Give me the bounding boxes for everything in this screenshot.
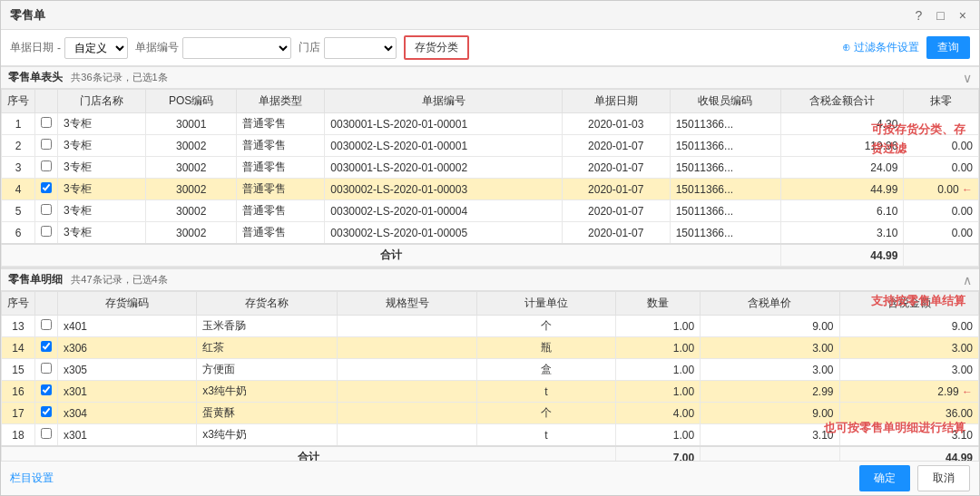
dcell-checkbox[interactable] (35, 337, 58, 359)
toolbar: 单据日期 - 自定义 单据编号 门店 存货分类 ⊕ 过滤条件设置 查询 (1, 30, 979, 66)
detail-table-head-row: 序号 存货编码 存货名称 规格型号 计量单位 数量 含税单价 含税金额 (2, 292, 979, 316)
header-sum-row: 合计 44.99 (2, 244, 979, 267)
window-controls: ? □ × (912, 6, 970, 24)
dcell-checkbox[interactable] (35, 359, 58, 381)
restore-icon[interactable]: □ (933, 6, 947, 24)
bottom-bar: 栏目设置 确定 取消 (1, 461, 979, 495)
cell-num: 0030002-LS-2020-01-00004 (325, 200, 563, 222)
table-row[interactable]: 14 x306 红茶 瓶 1.00 3.00 3.00 (2, 337, 979, 359)
cell-pos: 30002 (146, 222, 237, 245)
dcell-amount: 3.00 (839, 359, 978, 381)
dsum-amount: 44.99 (839, 446, 978, 461)
annotation-top: 可按存货分类、存货过滤 (871, 121, 965, 159)
store-label: 门店 (299, 40, 320, 55)
cell-pos: 30001 (146, 113, 237, 135)
dcell-name: 红茶 (197, 337, 338, 359)
cell-amount: 44.99 (780, 179, 904, 200)
window-title: 零售单 (10, 7, 45, 24)
date-label: 单据日期 (10, 40, 54, 55)
table-row[interactable]: 13 x401 玉米香肠 个 1.00 9.00 9.00 (2, 316, 979, 337)
cell-type: 普通零售 (236, 157, 324, 179)
table-row[interactable]: 16 x301 x3纯牛奶 t 1.00 2.99 2.99 ← (2, 381, 979, 403)
query-btn[interactable]: 查询 (926, 36, 970, 59)
dcell-qty: 1.00 (616, 316, 701, 337)
dcell-spec (338, 359, 476, 381)
dcell-spec (338, 316, 476, 337)
header-table: 序号 门店名称 POS编码 单据类型 单据编号 单据日期 收银员编码 含税金额合… (1, 89, 979, 267)
col-pos: POS编码 (146, 90, 237, 113)
dcell-checkbox[interactable] (35, 424, 58, 447)
cell-date: 2020-01-07 (562, 179, 670, 200)
table-row[interactable]: 1 3专柜 30001 普通零售 0030001-LS-2020-01-0000… (2, 113, 979, 135)
sum-label: 合计 (2, 244, 781, 267)
dcell-price: 2.99 (701, 381, 839, 403)
cell-pos: 30002 (146, 200, 237, 222)
dcell-qty: 1.00 (616, 337, 701, 359)
dcell-qty: 4.00 (616, 403, 701, 424)
dcol-price: 含税单价 (701, 292, 839, 316)
cell-store: 3专柜 (58, 222, 146, 245)
cell-amount: 6.10 (780, 200, 904, 222)
filter-settings-btn[interactable]: ⊕ 过滤条件设置 (842, 40, 919, 55)
help-icon[interactable]: ? (912, 6, 926, 24)
table-row[interactable]: 15 x305 方便面 盒 1.00 3.00 3.00 (2, 359, 979, 381)
cell-type: 普通零售 (236, 135, 324, 157)
dcell-seq: 15 (2, 359, 35, 381)
cell-seq: 6 (2, 222, 35, 245)
dcol-name: 存货名称 (197, 292, 338, 316)
dcell-code: x306 (58, 337, 197, 359)
dcell-name: 玉米香肠 (197, 316, 338, 337)
column-settings-link[interactable]: 栏目设置 (10, 471, 54, 486)
content-area: 可按存货分类、存货过滤 支持按零售单结算 也可按零售单明细进行结算 零售单表头 … (1, 66, 979, 461)
cell-seq: 2 (2, 135, 35, 157)
dcell-checkbox[interactable] (35, 403, 58, 424)
date-select[interactable]: 自定义 (64, 37, 128, 59)
dcell-checkbox[interactable] (35, 316, 58, 337)
cell-checkbox[interactable] (35, 157, 58, 179)
dcell-amount: 2.99 ← (839, 381, 978, 403)
bottom-buttons: 确定 取消 (859, 465, 970, 491)
cell-checkbox[interactable] (35, 179, 58, 200)
col-zero: 抹零 (904, 90, 979, 113)
detail-collapse-icon[interactable]: ∧ (963, 273, 972, 287)
table-row[interactable]: 6 3专柜 30002 普通零售 0030002-LS-2020-01-0000… (2, 222, 979, 245)
cell-num: 0030001-LS-2020-01-00001 (325, 113, 563, 135)
store-group: 门店 (299, 37, 397, 59)
cell-checkbox[interactable] (35, 135, 58, 157)
cell-store: 3专柜 (58, 200, 146, 222)
header-table-container: 序号 门店名称 POS编码 单据类型 单据编号 单据日期 收银员编码 含税金额合… (1, 89, 979, 267)
dcell-unit: t (476, 381, 615, 403)
dcell-amount: 3.00 (839, 337, 978, 359)
cell-num: 0030002-LS-2020-01-00001 (325, 135, 563, 157)
cell-store: 3专柜 (58, 179, 146, 200)
dsum-price (701, 446, 839, 461)
cell-cashier: 15011366... (670, 113, 780, 135)
col-type: 单据类型 (236, 90, 324, 113)
cancel-btn[interactable]: 取消 (917, 465, 970, 491)
dcell-seq: 18 (2, 424, 35, 447)
cell-checkbox[interactable] (35, 200, 58, 222)
dcell-checkbox[interactable] (35, 381, 58, 403)
inventory-category-btn[interactable]: 存货分类 (404, 35, 469, 60)
dcell-unit: t (476, 424, 615, 447)
store-select[interactable] (324, 37, 397, 59)
table-row[interactable]: 3 3专柜 30002 普通零售 0030001-LS-2020-01-0000… (2, 157, 979, 179)
cell-checkbox[interactable] (35, 222, 58, 245)
dcell-code: x301 (58, 381, 197, 403)
table-row[interactable]: 4 3专柜 30002 普通零售 0030002-LS-2020-01-0000… (2, 179, 979, 200)
docnum-select[interactable] (182, 37, 291, 59)
title-bar: 零售单 ? □ × (1, 1, 979, 30)
cell-checkbox[interactable] (35, 113, 58, 135)
cell-zero: 0.00 (904, 222, 979, 245)
col-num: 单据编号 (325, 90, 563, 113)
dcell-amount: 9.00 (839, 316, 978, 337)
col-date: 单据日期 (562, 90, 670, 113)
confirm-btn[interactable]: 确定 (859, 465, 910, 491)
table-row[interactable]: 2 3专柜 30002 普通零售 0030002-LS-2020-01-0000… (2, 135, 979, 157)
table-row[interactable]: 5 3专柜 30002 普通零售 0030002-LS-2020-01-0000… (2, 200, 979, 222)
close-icon[interactable]: × (956, 6, 970, 24)
docnum-group: 单据编号 (135, 37, 291, 59)
cell-store: 3专柜 (58, 157, 146, 179)
dcell-name: x3纯牛奶 (197, 424, 338, 447)
header-collapse-icon[interactable]: ∨ (963, 71, 972, 85)
